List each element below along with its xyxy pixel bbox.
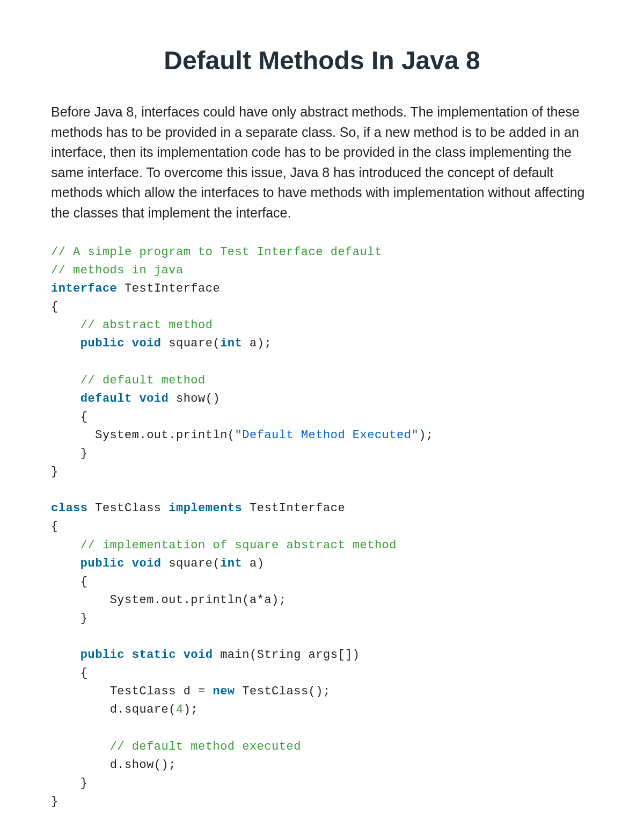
code-text: square( xyxy=(162,557,221,570)
code-keyword: void xyxy=(184,648,213,662)
code-text: TestClass d = xyxy=(110,685,213,698)
code-keyword: void xyxy=(139,392,169,405)
code-text: System.out.println( xyxy=(95,429,235,442)
code-text: } xyxy=(51,795,58,808)
code-text: d.square( xyxy=(110,703,176,716)
code-text: ); xyxy=(184,703,198,716)
code-keyword: class xyxy=(51,502,88,515)
code-keyword: interface xyxy=(51,282,117,295)
code-text: { xyxy=(51,300,58,314)
code-text: { xyxy=(51,520,58,533)
code-keyword: void xyxy=(132,337,162,350)
code-text: show() xyxy=(169,392,220,405)
code-text: TestInterface xyxy=(242,502,345,515)
code-string: "Default Method Executed" xyxy=(235,429,419,442)
code-number: 4 xyxy=(176,703,184,716)
code-keyword: int xyxy=(220,557,242,570)
code-keyword: default xyxy=(80,392,132,405)
code-text: } xyxy=(51,465,58,478)
code-text: } xyxy=(80,777,88,790)
code-keyword: int xyxy=(220,337,242,350)
code-keyword: implements xyxy=(169,502,242,515)
page-title: Default Methods In Java 8 xyxy=(51,46,593,75)
code-keyword: void xyxy=(132,557,162,570)
code-text: TestInterface xyxy=(117,282,220,295)
code-text: ); xyxy=(419,429,433,442)
code-text: } xyxy=(80,612,88,625)
code-text: { xyxy=(80,410,88,424)
code-text: d.show(); xyxy=(110,758,176,772)
code-text: { xyxy=(80,666,88,680)
code-text: } xyxy=(80,447,88,460)
code-keyword: static xyxy=(132,648,176,662)
code-comment: // methods in java xyxy=(51,264,184,277)
code-text: a); xyxy=(242,337,272,350)
code-keyword: public xyxy=(80,337,125,350)
code-block: // A simple program to Test Interface de… xyxy=(51,243,593,811)
code-keyword: new xyxy=(213,685,235,698)
code-text: { xyxy=(80,575,88,589)
code-keyword: public xyxy=(80,557,125,570)
code-comment: // default method xyxy=(80,374,206,387)
code-comment: // abstract method xyxy=(80,318,213,332)
intro-paragraph: Before Java 8, interfaces could have onl… xyxy=(51,102,593,223)
code-text: TestClass(); xyxy=(235,685,331,698)
code-comment: // A simple program to Test Interface de… xyxy=(51,245,382,259)
code-keyword: public xyxy=(80,648,125,662)
code-text: square( xyxy=(162,337,221,350)
code-text: main(String args[]) xyxy=(213,648,360,662)
code-text: a) xyxy=(242,557,264,570)
code-text: TestClass xyxy=(88,502,169,515)
code-comment: // default method executed xyxy=(110,740,301,753)
code-comment: // implementation of square abstract met… xyxy=(80,539,397,552)
code-text: System.out.println(a*a); xyxy=(110,593,287,607)
